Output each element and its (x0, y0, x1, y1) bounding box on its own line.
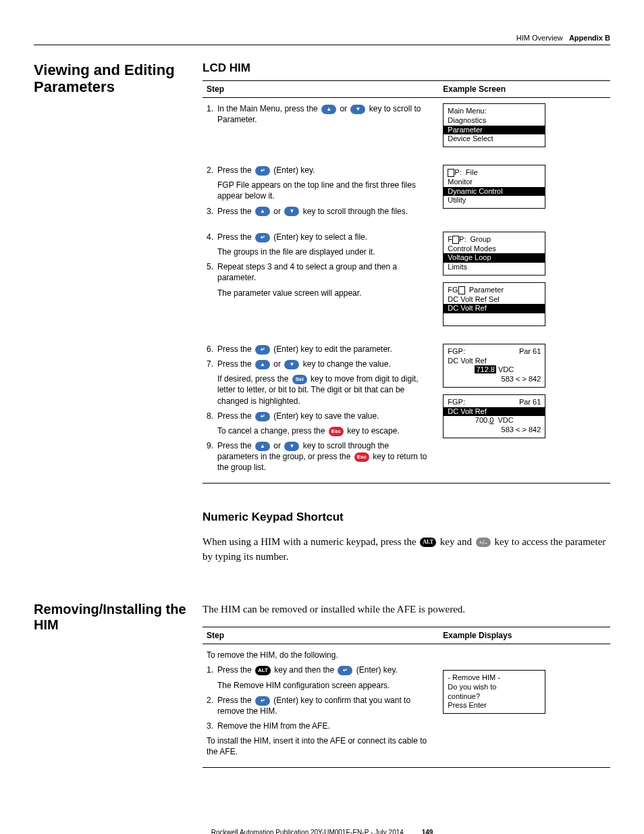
procedure-table-remove: Step Example Displays To remove the HIM,… (203, 627, 610, 768)
step-3: 3. Press the ▲ or ▼ key to scroll throug… (207, 206, 429, 217)
remove-step-3: 3. Remove the HIM from the AFE. (207, 721, 429, 731)
step-4-note: The groups in the file are displayed und… (217, 246, 429, 257)
install-line: To install the HIM, insert it into the A… (207, 735, 429, 757)
th-step: Step (203, 627, 439, 644)
footer-pub: Rockwell Automation Publication 20Y-UM00… (211, 829, 404, 834)
lcd-param-value-view: FGP:Par 61 DC Volt Ref 712.8 VDC 583 < >… (443, 344, 545, 388)
cursor-icon (458, 286, 465, 294)
step-8: 8. Press the ↵ (Enter) key to save the v… (207, 411, 429, 421)
section-viewing-editing: Viewing and Editing Parameters LCD HIM S… (34, 61, 610, 575)
lcd-remove-him: - Remove HIM - Do you wish to continue? … (443, 670, 545, 714)
esc-key-icon: Esc (354, 452, 369, 462)
down-arrow-icon: ▼ (284, 360, 299, 369)
up-arrow-icon: ▲ (255, 442, 270, 451)
page: HIM Overview Appendix B Viewing and Edit… (0, 0, 644, 834)
esc-key-icon: Esc (329, 427, 344, 436)
down-arrow-icon: ▼ (284, 442, 299, 451)
step-2-note: FGP File appears on the top line and the… (217, 180, 429, 201)
shortcut-paragraph: When using a HIM with a numeric keypad, … (203, 534, 610, 565)
up-arrow-icon: ▲ (255, 360, 270, 369)
remove-step-1-note: The Remove HIM configuration screen appe… (217, 680, 429, 691)
plus-minus-key-icon: +/– (476, 538, 491, 547)
step-6: 6. Press the ↵ (Enter) key to edit the p… (207, 344, 429, 355)
table-row: 1. In the Main Menu, press the ▲ or ▼ ke… (203, 98, 610, 160)
removing-intro: The HIM can be removed or installed whil… (203, 602, 610, 617)
step-4: 4. Press the ↵ (Enter) key to select a f… (207, 232, 429, 242)
th-step: Step (203, 81, 439, 98)
enter-key-icon: ↵ (255, 696, 270, 706)
procedure-table-lcd: Step Example Screen 1. In the Main Menu,… (203, 80, 610, 484)
section-title-viewing: Viewing and Editing Parameters (34, 61, 203, 96)
step-7: 7. Press the ▲ or ▼ key to change the va… (207, 359, 429, 369)
table-row: 6. Press the ↵ (Enter) key to edit the p… (203, 338, 610, 483)
header-appendix: Appendix B (569, 34, 610, 42)
remove-step-1: 1. Press the ALT key and then the ↵ (Ent… (207, 664, 429, 675)
down-arrow-icon: ▼ (350, 105, 365, 114)
section-title-removing: Removing/Installing the HIM (34, 602, 203, 633)
step-5-note: The parameter value screen will appear. (217, 288, 429, 298)
step-9: 9. Press the ▲ or ▼ key to scroll throug… (207, 440, 429, 473)
lcd-param-value-edit: FGP:Par 61 DC Volt Ref 700.0 VDC 583 < >… (443, 394, 545, 438)
step-5: 5. Repeat steps 3 and 4 to select a grou… (207, 261, 429, 283)
enter-key-icon: ↵ (255, 233, 270, 242)
up-arrow-icon: ▲ (255, 207, 270, 216)
subhead-shortcut: Numeric Keypad Shortcut (203, 511, 610, 524)
table-row: To remove the HIM, do the following. 1. … (203, 644, 610, 768)
alt-key-icon: ALT (255, 666, 271, 675)
down-arrow-icon: ▼ (284, 207, 299, 216)
lcd-fgp-file: P: File Monitor Dynamic Control Utility (443, 165, 545, 209)
page-footer: Rockwell Automation Publication 20Y-UM00… (34, 829, 610, 834)
enter-key-icon: ↵ (338, 666, 352, 675)
th-displays: Example Displays (439, 627, 610, 644)
up-arrow-icon: ▲ (321, 105, 336, 114)
enter-key-icon: ↵ (255, 412, 270, 421)
cursor-icon (448, 169, 454, 177)
step-2: 2. Press the ↵ (Enter) key. (207, 165, 429, 176)
header-chapter: HIM Overview (516, 34, 563, 42)
alt-key-icon: ALT (420, 538, 436, 547)
subhead-lcd-him: LCD HIM (203, 61, 610, 75)
th-screen: Example Screen (439, 81, 610, 98)
step-8-note: To cancel a change, press the Esc key to… (217, 425, 429, 436)
cursor-icon (452, 236, 459, 244)
remove-step-2: 2. Press the ↵ (Enter) key to confirm th… (207, 695, 429, 716)
page-header: HIM Overview Appendix B (34, 34, 610, 45)
enter-key-icon: ↵ (255, 345, 270, 355)
footer-page-number: 149 (422, 829, 433, 834)
step-1: 1. In the Main Menu, press the ▲ or ▼ ke… (207, 103, 429, 125)
numeric-shortcut-section: Numeric Keypad Shortcut When using a HIM… (203, 511, 610, 565)
lcd-fgp-group: FP: Group Control Modes Voltage Loop Lim… (443, 232, 545, 276)
remove-intro-line: To remove the HIM, do the following. (207, 650, 429, 660)
lcd-main-menu: Main Menu: Diagnostics Parameter Device … (443, 103, 545, 147)
sel-key-icon: Sel (292, 375, 307, 384)
section-removing-installing: Removing/Installing the HIM The HIM can … (34, 602, 610, 768)
lcd-fgp-parameter: FG Parameter DC Volt Ref Sel DC Volt Ref (443, 282, 545, 326)
table-row: 2. Press the ↵ (Enter) key. FGP File app… (203, 159, 610, 226)
table-row: 4. Press the ↵ (Enter) key to select a f… (203, 226, 610, 338)
step-7-note: If desired, press the Sel key to move fr… (217, 373, 429, 407)
enter-key-icon: ↵ (255, 166, 270, 176)
